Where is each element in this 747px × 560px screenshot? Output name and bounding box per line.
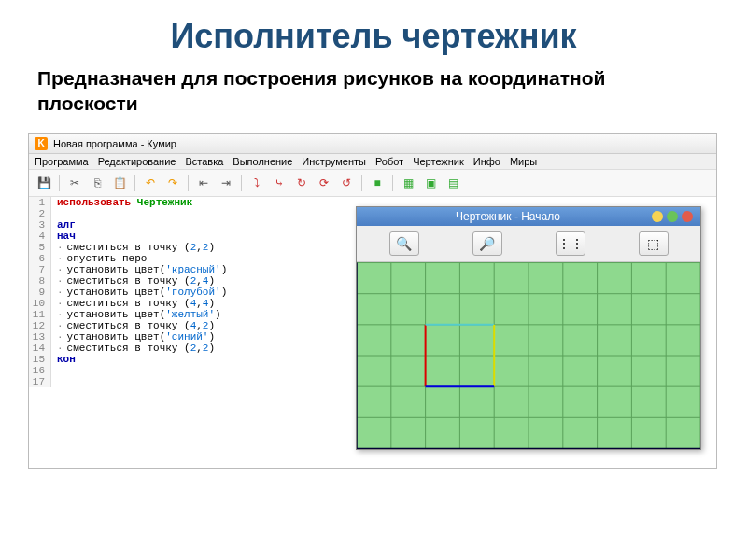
menu-edit[interactable]: Редактирование xyxy=(98,156,176,167)
line-content[interactable]: ·установить цвет('красный') xyxy=(51,264,337,275)
code-line[interactable]: 7·установить цвет('красный') xyxy=(29,264,337,275)
line-number: 15 xyxy=(29,354,51,365)
redo-icon[interactable]: ↷ xyxy=(163,174,182,192)
paste-icon[interactable]: 📋 xyxy=(110,174,129,192)
outdent-icon[interactable]: ⇥ xyxy=(217,174,235,192)
line-number: 5 xyxy=(29,242,51,253)
code-line[interactable]: 14·сместиться в точку (2,2) xyxy=(29,343,337,354)
line-content[interactable]: ·установить цвет('голубой') xyxy=(51,287,337,298)
line-number: 14 xyxy=(29,343,51,354)
menu-program[interactable]: Программа xyxy=(35,156,89,167)
line-number: 11 xyxy=(29,309,51,320)
line-number: 9 xyxy=(29,287,51,298)
menu-tools[interactable]: Инструменты xyxy=(302,156,366,167)
step-into-icon[interactable]: ⤵ xyxy=(247,174,266,192)
run-fast-icon[interactable]: ⟳ xyxy=(315,174,333,192)
line-content[interactable]: ·сместиться в точку (2,2) xyxy=(51,242,337,253)
indent-icon[interactable]: ⇤ xyxy=(194,174,213,192)
reset-icon[interactable]: ■ xyxy=(368,174,387,192)
menu-robot[interactable]: Робот xyxy=(375,156,403,167)
line-content[interactable] xyxy=(51,376,337,387)
line-content[interactable]: кон xyxy=(51,354,337,365)
canvas-area[interactable] xyxy=(357,262,700,449)
line-content[interactable]: ·сместиться в точку (4,4) xyxy=(51,298,337,309)
app-window: K Новая программа - Кумир Программа Реда… xyxy=(28,133,717,469)
separator xyxy=(134,175,135,191)
separator xyxy=(188,175,189,191)
code-line[interactable]: 10·сместиться в точку (4,4) xyxy=(29,298,337,309)
line-number: 10 xyxy=(29,298,51,309)
line-content[interactable]: ·установить цвет('синий') xyxy=(51,331,337,343)
zoom-in-button[interactable]: 🔍 xyxy=(389,231,419,256)
line-content[interactable]: нач xyxy=(51,231,337,242)
toolbar: 💾 ✂ ⎘ 📋 ↶ ↷ ⇤ ⇥ ⤵ ⤷ ↻ ⟳ ↺ ■ ▦ ▣ ▤ xyxy=(29,170,716,197)
code-line[interactable]: 15кон xyxy=(29,354,337,365)
zoom-out-button[interactable]: 🔎 xyxy=(472,231,502,256)
menu-run[interactable]: Выполнение xyxy=(233,156,292,167)
line-number: 4 xyxy=(29,231,51,242)
stop-icon[interactable]: ↺ xyxy=(337,174,356,192)
line-content[interactable]: ·сместиться в точку (4,2) xyxy=(51,320,337,331)
line-content[interactable]: ·установить цвет('желтый') xyxy=(51,309,337,320)
separator xyxy=(361,175,362,191)
code-line[interactable]: 17 xyxy=(29,376,337,387)
window-controls xyxy=(652,211,693,222)
code-line[interactable]: 12·сместиться в точку (4,2) xyxy=(29,320,337,331)
line-number: 2 xyxy=(29,208,51,219)
code-line[interactable]: 6·опустить перо xyxy=(29,253,337,264)
cut-icon[interactable]: ✂ xyxy=(65,174,84,192)
code-line[interactable]: 8·сместиться в точку (2,4) xyxy=(29,275,337,287)
line-number: 17 xyxy=(29,376,51,387)
copy-icon[interactable]: ⎘ xyxy=(88,174,106,192)
menu-insert[interactable]: Вставка xyxy=(185,156,223,167)
line-number: 1 xyxy=(29,197,51,208)
code-line[interactable]: 9·установить цвет('голубой') xyxy=(29,287,337,298)
code-line[interactable]: 1использовать Чертежник xyxy=(29,197,337,208)
main-area: 1использовать Чертежник23алг4нач5·смести… xyxy=(29,197,716,468)
menu-worlds[interactable]: Миры xyxy=(510,156,537,167)
grid1-icon[interactable]: ▦ xyxy=(399,174,417,192)
grid2-icon[interactable]: ▣ xyxy=(421,174,440,192)
separator xyxy=(59,175,60,191)
code-line[interactable]: 16 xyxy=(29,365,337,376)
code-line[interactable]: 11·установить цвет('желтый') xyxy=(29,309,337,320)
line-content[interactable] xyxy=(51,365,337,376)
step-over-icon[interactable]: ⤷ xyxy=(270,174,289,192)
fit-button[interactable]: ⬚ xyxy=(639,231,669,256)
line-content[interactable] xyxy=(51,208,337,219)
canvas-toolbar: 🔍 🔎 ⋮⋮ ⬚ xyxy=(357,226,700,262)
code-line[interactable]: 2 xyxy=(29,208,337,219)
line-number: 13 xyxy=(29,331,51,343)
menu-draftsman[interactable]: Чертежник xyxy=(413,156,464,167)
titlebar: K Новая программа - Кумир xyxy=(29,134,716,154)
line-content[interactable]: алг xyxy=(51,219,337,231)
line-number: 16 xyxy=(29,365,51,376)
code-line[interactable]: 13·установить цвет('синий') xyxy=(29,331,337,343)
line-content[interactable]: ·сместиться в точку (2,2) xyxy=(51,343,337,354)
code-line[interactable]: 3алг xyxy=(29,219,337,231)
menubar: Программа Редактирование Вставка Выполне… xyxy=(29,154,716,170)
code-line[interactable]: 4нач xyxy=(29,231,337,242)
slide-title: Исполнитель чертежник xyxy=(0,0,747,65)
code-editor[interactable]: 1использовать Чертежник23алг4нач5·смести… xyxy=(29,197,337,468)
save-icon[interactable]: 💾 xyxy=(35,174,53,192)
grid-toggle-button[interactable]: ⋮⋮ xyxy=(556,231,585,256)
app-icon: K xyxy=(35,137,48,150)
maximize-icon[interactable] xyxy=(667,211,678,222)
separator xyxy=(241,175,242,191)
close-icon[interactable] xyxy=(682,211,693,222)
line-number: 3 xyxy=(29,219,51,231)
separator xyxy=(392,175,393,191)
minimize-icon[interactable] xyxy=(652,211,663,222)
line-content[interactable]: использовать Чертежник xyxy=(51,197,337,208)
line-content[interactable]: ·сместиться в точку (2,4) xyxy=(51,275,337,287)
canvas-window: Чертежник - Начало 🔍 🔎 ⋮⋮ ⬚ xyxy=(356,206,701,450)
undo-icon[interactable]: ↶ xyxy=(141,174,160,192)
menu-info[interactable]: Инфо xyxy=(473,156,500,167)
line-content[interactable]: ·опустить перо xyxy=(51,253,337,264)
code-line[interactable]: 5·сместиться в точку (2,2) xyxy=(29,242,337,253)
grid3-icon[interactable]: ▤ xyxy=(444,174,462,192)
run-icon[interactable]: ↻ xyxy=(292,174,311,192)
window-title: Новая программа - Кумир xyxy=(53,138,176,149)
line-number: 8 xyxy=(29,275,51,287)
